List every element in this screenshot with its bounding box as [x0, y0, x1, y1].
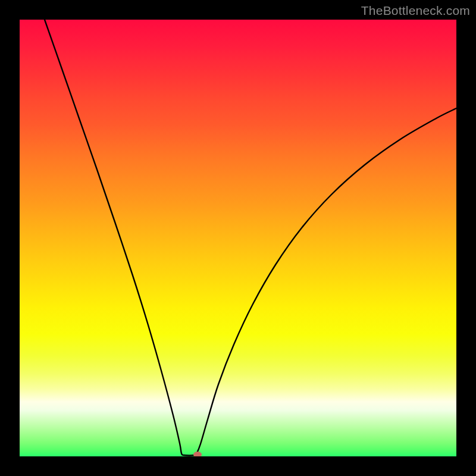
optimal-point-marker — [193, 452, 202, 456]
chart-frame: TheBottleneck.com — [0, 0, 476, 476]
watermark-text: TheBottleneck.com — [361, 4, 470, 18]
bottleneck-curve — [20, 20, 456, 456]
plot-area — [20, 20, 456, 456]
